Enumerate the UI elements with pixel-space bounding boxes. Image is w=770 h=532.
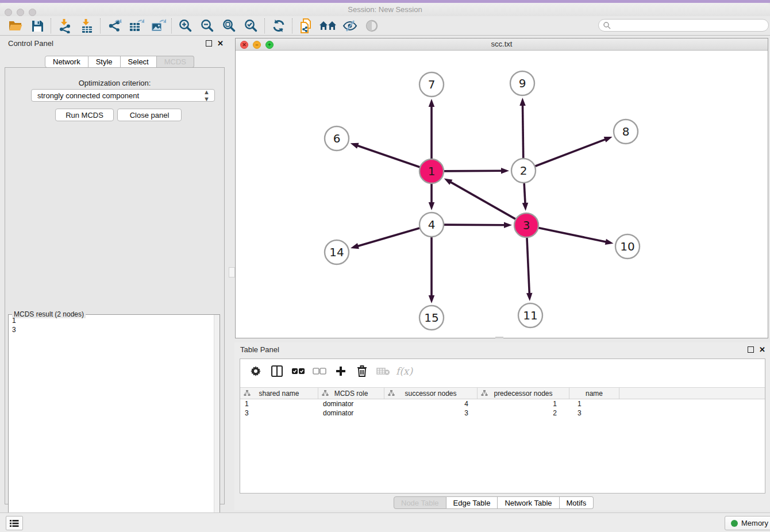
export-network-icon (107, 18, 122, 33)
result-line: 1 (12, 316, 16, 325)
close-panel-icon[interactable]: ✕ (217, 40, 224, 47)
main-titlebar: Session: New Session (0, 3, 770, 16)
column-header-predecessor-nodes[interactable]: predecessor nodes (478, 388, 569, 399)
criterion-dropdown[interactable]: strongly connected component ▲▼ (31, 89, 215, 102)
cell-predecessor-nodes: 1 (478, 400, 569, 408)
checked-boxes-icon (291, 368, 305, 375)
delete-row-button[interactable] (351, 364, 372, 379)
cell-mcds-role: dominator (318, 400, 384, 408)
graph-edge-2-3[interactable] (524, 182, 525, 205)
zoom-selected-button[interactable] (240, 17, 262, 34)
graph-edge-2-8[interactable] (534, 139, 607, 167)
select-all-button[interactable] (287, 364, 309, 379)
run-mcds-button[interactable]: Run MCDS (55, 109, 114, 121)
insert-column-button[interactable] (266, 364, 287, 379)
close-network-icon[interactable]: ✕ (240, 41, 248, 49)
tab-motifs[interactable]: Motifs (560, 496, 594, 509)
delete-column-button-disabled (372, 364, 394, 379)
graph-edge-arrowhead (444, 178, 453, 184)
mcds-result-text[interactable]: 1 3 (10, 316, 16, 334)
graph-node-label: 6 (333, 132, 341, 145)
column-label: MCDS role (334, 390, 368, 398)
open-session-button[interactable] (5, 17, 26, 34)
deselect-all-button[interactable] (309, 364, 330, 379)
duplicate-network-button[interactable] (295, 17, 317, 34)
column-header-name[interactable]: name (569, 388, 619, 399)
column-header-successor-nodes[interactable]: successor nodes (384, 388, 478, 399)
fx-icon: f(x) (396, 365, 413, 377)
toolbar-separator (100, 18, 101, 33)
zoom-out-button[interactable] (197, 17, 218, 34)
add-row-button[interactable] (330, 364, 351, 379)
save-icon (30, 19, 44, 33)
import-table-button[interactable] (76, 17, 98, 34)
save-session-button[interactable] (26, 17, 48, 34)
zoom-in-button[interactable] (175, 17, 197, 34)
status-bar: Memory (0, 512, 770, 532)
node-table: shared name MCDS role successor nodes pr… (240, 387, 765, 418)
list-icon (10, 519, 19, 527)
network-window-titlebar[interactable]: ✕ − + scc.txt (236, 38, 768, 51)
close-panel-button[interactable]: Close panel (117, 109, 182, 121)
tab-mcds[interactable]: MCDS (157, 56, 194, 68)
zoom-out-icon (200, 18, 215, 33)
graph-edge-2-9[interactable] (522, 104, 523, 160)
graph-edge-1-2[interactable] (442, 171, 503, 171)
control-panel: Control Panel ✕ Network Style Select MCD… (0, 36, 228, 510)
export-table-button[interactable] (125, 17, 147, 34)
column-header-shared-name[interactable]: shared name (240, 388, 318, 399)
close-window-icon[interactable] (5, 9, 12, 16)
graph-edge-3-10[interactable] (537, 228, 607, 242)
minimize-network-icon[interactable]: − (253, 41, 261, 49)
graph-edge-4-14[interactable] (357, 228, 421, 246)
table-settings-button[interactable] (245, 364, 266, 379)
neighbors-button[interactable] (317, 17, 339, 34)
graph-edge-1-6[interactable] (356, 145, 421, 168)
table-row[interactable]: 3 dominator 3 2 3 (240, 408, 765, 418)
control-panel-tabs: Network Style Select MCDS (45, 56, 194, 67)
node-table-container: f(x) shared name MCDS role successor (240, 358, 765, 494)
dropdown-stepper-icon: ▲▼ (203, 88, 210, 102)
table-panel-title: Table Panel (240, 345, 279, 354)
tab-edge-table[interactable]: Edge Table (446, 496, 498, 509)
network-graph-svg[interactable]: 7968124314101511 (236, 51, 768, 338)
graph-edge-3-11[interactable] (527, 236, 530, 295)
search-field[interactable] (598, 19, 769, 32)
refresh-layout-button[interactable] (268, 17, 290, 34)
memory-button[interactable]: Memory (725, 516, 770, 530)
graph-edge-3-1[interactable] (449, 182, 517, 220)
automation-panel-button[interactable] (6, 516, 23, 530)
show-all-button[interactable] (361, 17, 383, 34)
graph-edge-arrowhead (526, 293, 532, 301)
export-image-button[interactable] (147, 17, 169, 34)
graph-edge-4-3[interactable] (442, 225, 506, 225)
tab-network-table[interactable]: Network Table (498, 496, 559, 509)
mcds-panel: Optimization criterion: strongly connect… (5, 67, 225, 504)
hide-selected-button[interactable] (339, 17, 361, 34)
tab-select[interactable]: Select (121, 56, 157, 68)
tab-style[interactable]: Style (88, 56, 121, 68)
column-label: successor nodes (405, 390, 456, 398)
export-network-button[interactable] (103, 17, 125, 34)
zoom-selected-icon (244, 18, 259, 33)
tab-node-table[interactable]: Node Table (394, 496, 446, 509)
maximize-window-icon[interactable] (29, 9, 36, 16)
maximize-network-icon[interactable]: + (265, 41, 274, 49)
graph-node-label: 11 (523, 309, 537, 322)
table-panel: Table Panel ✕ (234, 342, 770, 510)
graph-edge-arrowhead (519, 98, 525, 106)
float-panel-icon[interactable] (748, 346, 754, 353)
float-panel-icon[interactable] (206, 40, 212, 47)
canvas-resize-grip[interactable] (495, 337, 503, 338)
close-panel-icon[interactable]: ✕ (759, 346, 765, 353)
column-header-mcds-role[interactable]: MCDS role (318, 388, 384, 399)
import-network-button[interactable] (54, 17, 76, 34)
result-scrollbar[interactable] (214, 315, 220, 530)
table-row[interactable]: 1 dominator 4 1 1 (240, 399, 765, 408)
minimize-window-icon[interactable] (17, 9, 24, 16)
tab-network[interactable]: Network (45, 56, 88, 68)
cell-mcds-role: dominator (318, 409, 384, 417)
zoom-fit-button[interactable] (218, 17, 240, 34)
panel-splitter-handle[interactable] (229, 267, 235, 277)
optimization-criterion-label: Optimization criterion: (5, 79, 224, 87)
